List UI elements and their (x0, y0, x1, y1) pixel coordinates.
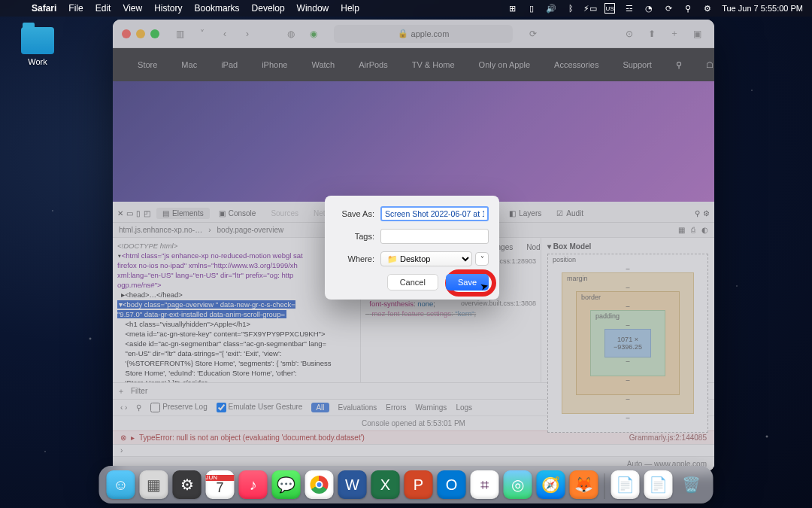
status-volume-icon[interactable]: 🔊 (546, 3, 556, 14)
filename-input[interactable] (380, 206, 489, 221)
dock-firefox[interactable]: 🦊 (570, 470, 598, 499)
back-button[interactable]: ‹ (217, 26, 233, 42)
reload-button[interactable]: ⟳ (525, 26, 541, 42)
console-search-icon[interactable]: ⚲ (136, 403, 141, 412)
window-close-button[interactable] (122, 29, 131, 38)
elements-panel[interactable]: <!DOCTYPE html> ▾<html class="js enhance… (113, 238, 361, 382)
nav-bag-icon[interactable]: ☖ (706, 60, 714, 70)
tab-elements[interactable]: ▤Elements (156, 208, 210, 219)
window-minimize-button[interactable] (136, 29, 145, 38)
dock-slack[interactable]: ⌗ (471, 470, 499, 499)
menu-develop[interactable]: Develop (252, 3, 285, 14)
nav-ipad[interactable]: iPad (221, 60, 238, 69)
expand-button[interactable]: ˅ (475, 252, 489, 266)
tab-dropdown-icon[interactable]: ˅ (194, 26, 211, 42)
nav-support[interactable]: Support (623, 60, 652, 69)
menu-file[interactable]: File (68, 3, 83, 14)
status-battery-icon[interactable]: ⚡︎▭ (585, 3, 595, 14)
extension-icon[interactable]: ◉ (305, 26, 322, 42)
dock-finder[interactable]: ☺ (107, 470, 135, 499)
status-spotlight-icon[interactable]: ⚲ (683, 3, 693, 14)
tags-input[interactable] (380, 229, 489, 244)
dock-music[interactable]: ♪ (239, 470, 268, 499)
filter-all[interactable]: All (311, 403, 329, 412)
tab-sources[interactable]: Sources (265, 208, 304, 219)
menu-view[interactable]: View (123, 3, 142, 14)
dock-chrome[interactable] (305, 470, 334, 499)
device-icon-2[interactable]: ▯ (136, 209, 141, 217)
breadcrumb-html[interactable]: html.js.enhance-xp.no-… (119, 226, 202, 234)
nav-store[interactable]: Store (138, 60, 157, 69)
nav-watch[interactable]: Watch (311, 60, 335, 69)
dock-powerpoint[interactable]: P (404, 470, 433, 499)
address-bar[interactable]: 🔒apple.com (334, 25, 513, 43)
error-source[interactable]: Grammarly.js:2:144085 (629, 433, 707, 442)
filter-logs[interactable]: Logs (456, 403, 472, 412)
status-timemachine-icon[interactable]: ⟳ (663, 3, 674, 14)
element-picker-icon[interactable]: ◰ (144, 209, 150, 217)
tab-overview-button[interactable]: ▣ (689, 26, 705, 42)
tab-layers[interactable]: ◧Layers (503, 208, 547, 219)
emulate-gesture-checkbox[interactable]: Emulate User Gesture (217, 403, 303, 412)
tab-console[interactable]: ▣Console (213, 208, 262, 219)
menu-window[interactable]: Window (297, 3, 329, 14)
inspector-search-icon[interactable]: ⚲ (695, 209, 700, 217)
dock-app-green[interactable]: ◎ (504, 470, 532, 499)
filter-evaluations[interactable]: Evaluations (338, 403, 377, 412)
nav-only[interactable]: Only on Apple (479, 60, 531, 69)
add-rule-icon[interactable]: ＋ (117, 386, 125, 397)
nav-mac[interactable]: Mac (181, 60, 197, 69)
new-tab-button[interactable]: ＋ (666, 26, 683, 42)
share-icon[interactable]: ⬆︎ (644, 26, 660, 42)
nav-tvhome[interactable]: TV & Home (412, 60, 455, 69)
status-bluetooth-icon[interactable]: ᛒ (565, 3, 576, 14)
device-icon[interactable]: ▭ (126, 209, 133, 217)
apple-menu-icon[interactable] (9, 3, 20, 14)
print-icon[interactable]: ⎙ (691, 226, 695, 234)
force-state-icon[interactable]: ◐ (701, 226, 708, 234)
breadcrumb-body[interactable]: body.page-overview (217, 226, 284, 234)
menu-help[interactable]: Help (341, 3, 359, 14)
menubar-clock[interactable]: Tue Jun 7 5:55:00 PM (722, 4, 803, 13)
status-phone-icon[interactable]: ▯ (526, 3, 537, 14)
shield-icon[interactable]: ◍ (283, 26, 299, 42)
active-app-name[interactable]: Safari (32, 3, 56, 14)
inspector-settings-icon[interactable]: ⚙︎ (703, 209, 710, 217)
dock-trash[interactable]: 🗑️ (677, 470, 706, 499)
dock-settings[interactable]: ⚙︎ (173, 470, 201, 499)
dock-safari[interactable]: 🧭 (537, 470, 565, 499)
sidebar-toggle-icon[interactable]: ▥ (171, 26, 188, 42)
dock-calendar[interactable]: JUN7 (206, 470, 235, 499)
dock-excel[interactable]: X (371, 470, 400, 499)
layout-icon[interactable]: ▦ (678, 226, 685, 234)
nav-accessories[interactable]: Accessories (554, 60, 598, 69)
menu-edit[interactable]: Edit (95, 3, 111, 14)
status-controlcenter-icon[interactable]: ⚙︎ (702, 3, 713, 14)
tab-audit[interactable]: ☑︎Audit (550, 208, 589, 219)
downloads-icon[interactable]: ⊙ (621, 26, 638, 42)
window-zoom-button[interactable] (150, 29, 159, 38)
nav-airpods[interactable]: AirPods (359, 60, 388, 69)
status-dropbox-icon[interactable]: ⊞ (507, 3, 517, 14)
forward-button[interactable]: › (239, 26, 256, 42)
style-filter-input[interactable] (131, 387, 554, 395)
menu-history[interactable]: History (154, 3, 182, 14)
dock-messages[interactable]: 💬 (272, 470, 301, 499)
menu-bookmarks[interactable]: Bookmarks (195, 3, 240, 14)
status-input-icon[interactable]: US (604, 3, 615, 14)
status-wifi-icon[interactable]: ☲ (624, 3, 635, 14)
nav-search-icon[interactable]: ⚲ (676, 60, 682, 70)
desktop-folder-work[interactable]: Work (15, 27, 60, 66)
preserve-log-checkbox[interactable]: Preserve Log (150, 403, 207, 412)
filter-warnings[interactable]: Warnings (416, 403, 447, 412)
filter-errors[interactable]: Errors (386, 403, 406, 412)
status-user-icon[interactable]: ◔ (644, 3, 654, 14)
dock-word[interactable]: W (338, 470, 367, 499)
dock-document[interactable]: 📄 (611, 470, 640, 499)
dock-document-2[interactable]: 📄 (644, 470, 673, 499)
dock-launchpad[interactable]: ▦ (140, 470, 168, 499)
dock-outlook[interactable]: O (438, 470, 466, 499)
nav-iphone[interactable]: iPhone (262, 60, 287, 69)
subtab-node[interactable]: Node (522, 241, 541, 254)
cancel-button[interactable]: Cancel (387, 274, 438, 291)
